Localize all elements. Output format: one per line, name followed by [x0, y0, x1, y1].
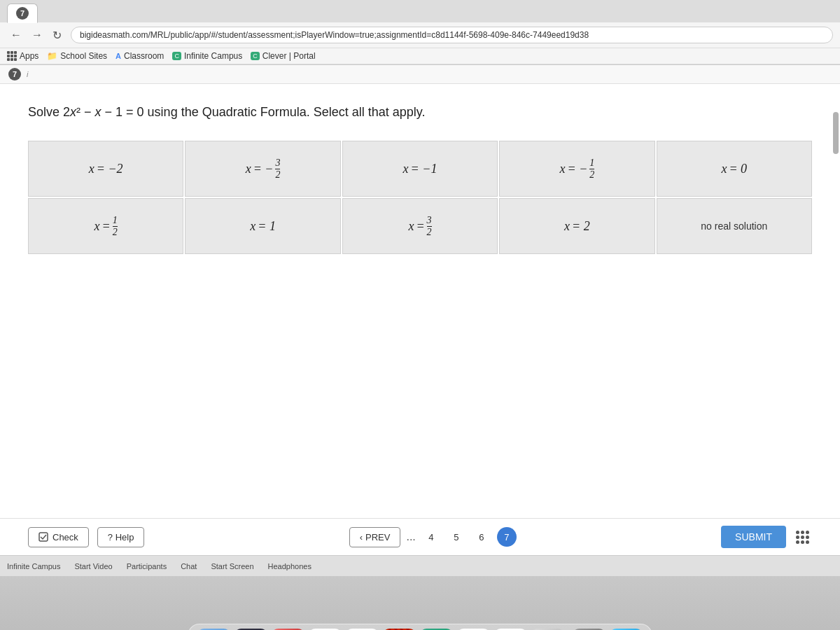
bookmarks-bar: Apps 📁 School Sites A Classroom C Infini…: [0, 48, 840, 64]
prev-label: PREV: [365, 532, 390, 542]
scrollbar-thumb[interactable]: [833, 112, 839, 154]
bookmark-clever[interactable]: C Clever | Portal: [251, 51, 315, 61]
toolbar-start-screen[interactable]: Start Screen: [211, 562, 253, 570]
svg-rect-0: [39, 533, 48, 541]
main-content: Solve 2x² − x − 1 = 0 using the Quadrati…: [0, 84, 840, 518]
answer-cell-x-2[interactable]: x = 2: [499, 198, 654, 254]
browser-toolbar: ← → ↻ bigideasmath.com/MRL/public/app/#/…: [0, 22, 840, 48]
circle-7-badge: 7: [8, 68, 21, 80]
question-title: Solve 2x² − x − 1 = 0 using the Quadrati…: [28, 105, 812, 120]
toolbar-infinite-campus[interactable]: Infinite Campus: [7, 562, 60, 570]
answer-x-neg1-text: x = −1: [403, 162, 438, 176]
prev-chevron-icon: ‹: [360, 532, 363, 542]
answer-x-2-text: x = 2: [564, 219, 590, 234]
forward-button[interactable]: →: [28, 27, 46, 43]
nav-buttons: ← → ↻: [7, 27, 65, 43]
page-6[interactable]: 6: [472, 527, 491, 547]
classroom-label: Classroom: [124, 51, 164, 61]
bottom-left: Check ? Help: [28, 527, 144, 547]
reload-button[interactable]: ↻: [49, 27, 65, 43]
answer-cell-x-neg1[interactable]: x = −1: [342, 141, 498, 197]
check-label: Check: [52, 532, 78, 542]
browser-chrome: 7 ← → ↻ bigideasmath.com/MRL/public/app/…: [0, 0, 840, 65]
campus-label: Infinite Campus: [184, 51, 242, 61]
school-sites-label: School Sites: [60, 51, 107, 61]
back-button[interactable]: ←: [7, 27, 25, 43]
answer-cell-x-1over2[interactable]: x = 12: [28, 198, 183, 254]
help-label: ? Help: [108, 532, 134, 542]
answer-cell-x-1[interactable]: x = 1: [185, 198, 340, 254]
answer-cell-no-real[interactable]: no real solution: [657, 198, 812, 254]
page-4[interactable]: 4: [421, 527, 441, 547]
toolbar-start-video[interactable]: Start Video: [74, 562, 112, 570]
answer-x-neg2-text: x = −2: [89, 162, 123, 176]
prev-button[interactable]: ‹ PREV: [349, 527, 401, 547]
bottom-bar: Check ? Help ‹ PREV ... 4 5 6 7 SUBMIT: [0, 518, 840, 555]
dots-menu-button[interactable]: [793, 528, 812, 547]
answer-grid: x = −2 x = −32 x = −1 x = −12 x = 0: [28, 141, 812, 254]
toolbar-headphones[interactable]: Headphones: [268, 562, 312, 570]
bookmark-classroom[interactable]: A Classroom: [115, 51, 164, 61]
answer-x-1-text: x = 1: [250, 219, 276, 234]
tab-row: 7: [0, 0, 840, 22]
info-icon: i: [27, 70, 28, 78]
classroom-icon: A: [115, 52, 121, 60]
apps-label: Apps: [20, 51, 38, 61]
app-toolbar: Infinite Campus Start Video Participants…: [0, 555, 840, 576]
answer-x-3over2-text: x = 32: [408, 216, 431, 237]
bookmark-infinite-campus[interactable]: C Infinite Campus: [172, 51, 242, 61]
ellipsis: ...: [406, 531, 415, 543]
dots-grid-icon: [796, 531, 809, 544]
tab-number: 7: [16, 7, 29, 20]
submit-button[interactable]: SUBMIT: [721, 526, 786, 548]
answer-cell-x-0[interactable]: x = 0: [657, 141, 812, 197]
campus-icon: C: [172, 52, 181, 60]
answer-x-neg3over2-text: x = −32: [246, 158, 281, 180]
apps-grid-icon: [7, 51, 17, 61]
address-bar[interactable]: bigideasmath.com/MRL/public/app/#/studen…: [71, 27, 833, 43]
folder-icon: 📁: [47, 51, 57, 61]
dock: ♪ MAY 12 📹: [188, 624, 652, 630]
clever-icon: C: [251, 52, 260, 60]
answer-x-1over2-text: x = 12: [94, 216, 118, 237]
page-5[interactable]: 5: [447, 527, 466, 547]
active-tab[interactable]: 7: [7, 4, 38, 23]
answer-x-0-text: x = 0: [721, 162, 747, 176]
toolbar-chat[interactable]: Chat: [181, 562, 197, 570]
help-button[interactable]: ? Help: [97, 527, 145, 547]
check-icon: [38, 532, 48, 542]
answer-x-neg1over2-text: x = −12: [559, 158, 594, 180]
answer-cell-x-3over2[interactable]: x = 32: [342, 198, 498, 254]
info-bar: 7 i: [0, 65, 840, 84]
answer-cell-x-neg1over2[interactable]: x = −12: [499, 141, 654, 197]
answer-cell-x-neg3over2[interactable]: x = −32: [185, 141, 340, 197]
answer-cell-x-neg2[interactable]: x = −2: [28, 141, 183, 197]
bookmark-school-sites[interactable]: 📁 School Sites: [47, 51, 107, 61]
mac-dock-area: ♪ MAY 12 📹: [0, 576, 840, 630]
toolbar-participants[interactable]: Participants: [127, 562, 167, 570]
bottom-right: SUBMIT: [721, 526, 812, 548]
page-7-active[interactable]: 7: [497, 527, 517, 547]
bottom-center: ‹ PREV ... 4 5 6 7: [349, 527, 517, 547]
check-button[interactable]: Check: [28, 527, 89, 547]
answer-no-real-text: no real solution: [701, 220, 767, 232]
clever-label: Clever | Portal: [262, 51, 316, 61]
bookmark-apps[interactable]: Apps: [7, 51, 38, 61]
